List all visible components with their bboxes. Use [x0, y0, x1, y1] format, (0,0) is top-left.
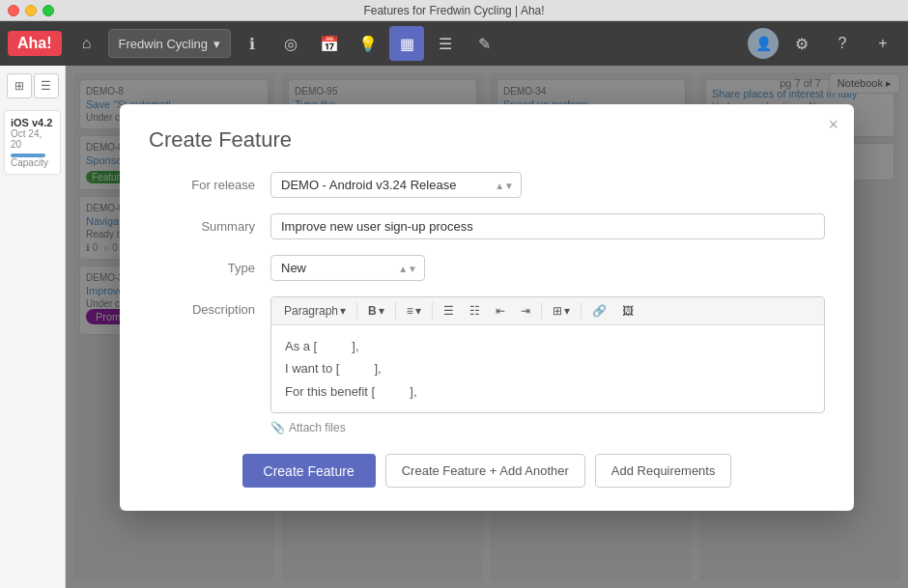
- maximize-button[interactable]: [43, 5, 54, 16]
- nav-right: 👤 ⚙ ? +: [748, 26, 900, 61]
- bold-icon: B: [368, 304, 377, 318]
- notebook-icon: ✎: [478, 35, 491, 53]
- align-button[interactable]: ≡ ▾: [400, 301, 428, 321]
- avatar[interactable]: 👤: [748, 28, 779, 59]
- idea-button[interactable]: 💡: [351, 26, 385, 61]
- release-date: Oct 24, 20: [11, 128, 54, 150]
- description-label: Description: [149, 296, 255, 317]
- minimize-button[interactable]: [25, 5, 37, 16]
- bold-button[interactable]: B ▾: [361, 301, 391, 321]
- modal-overlay: × Create Feature For release DEMO - Andr…: [66, 66, 908, 588]
- type-label: Type: [149, 255, 255, 275]
- for-release-select[interactable]: DEMO - Android v3.24 Release: [270, 172, 522, 198]
- type-select[interactable]: New Bug Improvement Epic: [270, 255, 425, 281]
- align-icon: ≡: [407, 304, 413, 318]
- description-line-3: For this benefit [ ],: [285, 380, 810, 403]
- paperclip-icon: 📎: [270, 421, 285, 434]
- chevron-down-icon: ▾: [564, 304, 570, 318]
- list-view-button[interactable]: ☰: [428, 26, 463, 61]
- project-selector[interactable]: Fredwin Cycling ▾: [108, 29, 231, 58]
- create-feature-modal: × Create Feature For release DEMO - Andr…: [120, 104, 854, 511]
- settings-button[interactable]: ⚙: [784, 26, 819, 61]
- chevron-down-icon: ▾: [415, 304, 421, 318]
- numbered-icon: ☷: [469, 304, 480, 318]
- link-button[interactable]: 🔗: [585, 301, 613, 321]
- list-icon: ☰: [439, 35, 452, 53]
- bullet-icon: ☰: [443, 304, 454, 318]
- info-icon: ℹ: [249, 35, 255, 53]
- image-button[interactable]: 🖼: [615, 301, 640, 321]
- table-button[interactable]: ⊞ ▾: [546, 301, 577, 321]
- home-button[interactable]: ⌂: [70, 26, 104, 61]
- grid-view-button[interactable]: ▦: [389, 26, 424, 61]
- calendar-icon: 📅: [320, 35, 339, 53]
- description-control: Paragraph ▾ B ▾ ≡: [270, 296, 825, 434]
- nav-bar: Aha! ⌂ Fredwin Cycling ▾ ℹ ◎ 📅 💡 ▦ ☰ ✎ 👤…: [0, 21, 908, 66]
- toolbar-separator-3: [432, 302, 433, 320]
- table-icon: ⊞: [553, 304, 562, 318]
- calendar-button[interactable]: 📅: [312, 26, 347, 61]
- target-icon: ◎: [284, 35, 298, 53]
- content-area: pg 7 of 7 Notebook ▸ DEMO-8 Save "St aut…: [66, 66, 908, 588]
- summary-row: Summary: [149, 213, 825, 239]
- modal-close-button[interactable]: ×: [828, 116, 838, 133]
- target-button[interactable]: ◎: [273, 26, 308, 61]
- avatar-icon: 👤: [755, 36, 772, 51]
- create-feature-add-another-button[interactable]: Create Feature + Add Another: [385, 454, 585, 488]
- traffic-lights: [8, 5, 54, 16]
- numbered-list-button[interactable]: ☷: [463, 301, 487, 321]
- link-icon: 🔗: [592, 304, 607, 318]
- help-button[interactable]: ?: [825, 26, 860, 61]
- indent-decrease-button[interactable]: ⇤: [489, 301, 512, 321]
- plus-icon: +: [878, 35, 887, 52]
- chevron-down-icon: ▾: [213, 37, 220, 51]
- release-title: iOS v4.2: [11, 117, 54, 128]
- toolbar-separator-2: [395, 302, 396, 320]
- toolbar-separator-4: [541, 302, 542, 320]
- create-feature-button[interactable]: Create Feature: [242, 454, 376, 488]
- logo[interactable]: Aha!: [8, 31, 62, 56]
- modal-footer: Create Feature Create Feature + Add Anot…: [149, 454, 825, 488]
- for-release-control: DEMO - Android v3.24 Release ▲▼: [270, 172, 825, 198]
- sidebar-view-buttons: ⊞ ☰: [4, 73, 61, 98]
- notebook-button[interactable]: ✎: [467, 26, 501, 61]
- image-icon: 🖼: [622, 304, 634, 318]
- add-requirements-button[interactable]: Add Requirements: [595, 454, 732, 488]
- bullet-list-button[interactable]: ☰: [437, 301, 461, 321]
- description-row: Description Paragraph ▾ B: [149, 296, 825, 434]
- rte-toolbar: Paragraph ▾ B ▾ ≡: [271, 297, 824, 325]
- add-button[interactable]: +: [865, 26, 900, 61]
- modal-title: Create Feature: [149, 127, 825, 153]
- rte-body[interactable]: As a [ ], I want to [ ], For this benefi…: [271, 325, 824, 412]
- window-title: Features for Fredwin Cycling | Aha!: [363, 4, 544, 17]
- chevron-down-icon: ▾: [379, 304, 384, 318]
- for-release-row: For release DEMO - Android v3.24 Release…: [149, 172, 825, 198]
- home-icon: ⌂: [82, 35, 92, 52]
- sidebar-release-item: iOS v4.2 Oct 24, 20 Capacity: [4, 110, 61, 175]
- toolbar-separator-1: [356, 302, 357, 320]
- capacity-label: Capacity: [11, 157, 54, 168]
- paragraph-label: Paragraph: [284, 304, 338, 318]
- description-line-1: As a [ ],: [285, 335, 810, 357]
- idea-icon: 💡: [358, 35, 378, 53]
- help-icon: ?: [838, 35, 847, 52]
- indent-increase-button[interactable]: ⇥: [514, 301, 537, 321]
- close-button[interactable]: [8, 5, 19, 16]
- sidebar-grid-btn[interactable]: ⊞: [7, 73, 32, 98]
- type-row: Type New Bug Improvement Epic ▲▼: [149, 255, 825, 281]
- paragraph-dropdown[interactable]: Paragraph ▾: [277, 301, 353, 321]
- summary-label: Summary: [149, 213, 255, 234]
- attach-files-button[interactable]: 📎 Attach files: [270, 421, 825, 434]
- title-bar: Features for Fredwin Cycling | Aha!: [0, 0, 908, 21]
- grid-icon: ▦: [400, 35, 414, 53]
- summary-input[interactable]: [270, 213, 825, 239]
- indent-decrease-icon: ⇤: [496, 304, 505, 318]
- chevron-down-icon: ▾: [340, 304, 346, 318]
- sidebar: ⊞ ☰ iOS v4.2 Oct 24, 20 Capacity: [0, 66, 66, 588]
- sidebar-list-btn[interactable]: ☰: [34, 73, 59, 98]
- gear-icon: ⚙: [795, 35, 809, 53]
- for-release-select-wrapper: DEMO - Android v3.24 Release ▲▼: [270, 172, 522, 198]
- info-button[interactable]: ℹ: [235, 26, 270, 61]
- main-area: ⊞ ☰ iOS v4.2 Oct 24, 20 Capacity pg 7 of…: [0, 66, 908, 588]
- for-release-label: For release: [149, 172, 255, 192]
